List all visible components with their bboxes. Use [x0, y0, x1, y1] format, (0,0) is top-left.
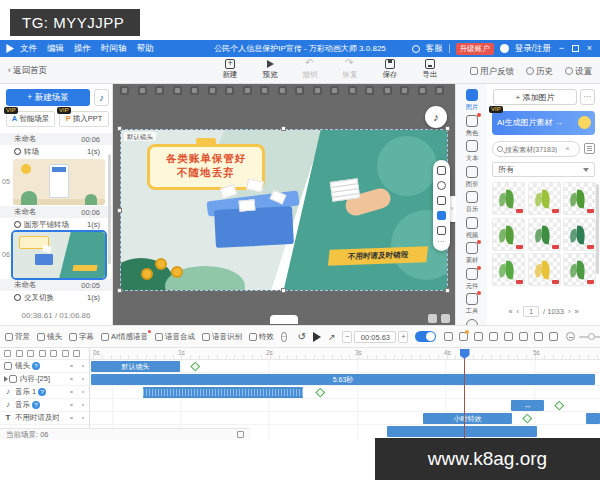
- canvas-tool-icon[interactable]: [348, 86, 357, 95]
- copy-icon[interactable]: [4, 350, 11, 357]
- keyframe-diamond[interactable]: [191, 362, 200, 371]
- strip-item-video[interactable]: 视频: [456, 217, 487, 240]
- canvas-corner-icon[interactable]: [441, 314, 450, 323]
- canvas-tool-icon[interactable]: [243, 86, 252, 95]
- canvas-tool-icon[interactable]: [330, 86, 339, 95]
- camera-bar[interactable]: 默认镜头: [91, 361, 180, 372]
- collapse-timeline-button[interactable]: −: [281, 332, 287, 342]
- undo-button[interactable]: 撤销: [298, 59, 322, 80]
- resize-handle[interactable]: [281, 126, 286, 131]
- back-home-link[interactable]: ‹ 返回首页: [8, 65, 47, 77]
- chevron-down-icon[interactable]: [270, 315, 298, 324]
- camera-track[interactable]: 默认镜头: [90, 360, 600, 373]
- speech-recognition-button[interactable]: 语音识别: [202, 332, 242, 342]
- menu-operate[interactable]: 操作: [74, 43, 91, 55]
- canvas-tool-icon[interactable]: [383, 86, 392, 95]
- more-icon[interactable]: ···: [437, 241, 446, 245]
- music1-track[interactable]: [90, 386, 600, 399]
- track-row-camera[interactable]: 镜头 ?: [0, 360, 89, 373]
- fullscreen-preview-button[interactable]: ↗: [328, 332, 336, 342]
- decrease-time-button[interactable]: −: [342, 331, 352, 343]
- cut-icon[interactable]: [27, 350, 34, 357]
- scene-meta-row[interactable]: 未命名00:06: [0, 206, 112, 218]
- canvas-tool-icon[interactable]: [173, 86, 182, 95]
- keyframe-diamond[interactable]: [523, 414, 532, 423]
- transition-row[interactable]: 交叉切换 1(s): [0, 291, 112, 304]
- export-button[interactable]: 导出: [418, 59, 442, 80]
- timeline-tracks-area[interactable]: 0s 1s 2s 3s 4s 5s 默认镜头 5.63秒 ↔: [90, 348, 600, 440]
- asset-tile[interactable]: [528, 253, 561, 286]
- scene-list-scrollbar[interactable]: [108, 154, 111, 264]
- canvas-tool-icon[interactable]: [138, 86, 147, 95]
- canvas-tool-icon[interactable]: [190, 86, 199, 95]
- resize-handle[interactable]: [117, 208, 122, 213]
- timeline-ruler[interactable]: 0s 1s 2s 3s 4s 5s: [90, 348, 600, 360]
- play-button[interactable]: [313, 332, 321, 342]
- asset-tile[interactable]: [528, 182, 561, 215]
- canvas-tool-icon[interactable]: [208, 86, 217, 95]
- asset-tile[interactable]: [563, 182, 596, 215]
- new-button[interactable]: 新建: [218, 59, 242, 80]
- scene-music-button[interactable]: ♪: [94, 89, 109, 106]
- redo-button[interactable]: 恢复: [338, 59, 362, 80]
- canvas-tool-icon[interactable]: [225, 86, 234, 95]
- expander-icon[interactable]: [4, 376, 8, 382]
- canvas-corner-icon[interactable]: [428, 314, 437, 323]
- strip-item-image[interactable]: 图片: [456, 89, 487, 112]
- canvas-tool-icon[interactable]: [278, 86, 287, 95]
- close-button[interactable]: ×: [585, 44, 594, 53]
- smart-scene-button[interactable]: VIP A 智能场景: [6, 111, 55, 127]
- asset-search-box[interactable]: ×: [492, 141, 580, 157]
- camera-icon[interactable]: [437, 181, 446, 190]
- scene-06-thumbnail-selected[interactable]: [13, 232, 105, 278]
- camera-button[interactable]: 镜头: [37, 332, 62, 342]
- scene-05-thumbnail[interactable]: [13, 159, 105, 205]
- resize-handle[interactable]: [445, 126, 450, 131]
- asset-panel-scrollbar[interactable]: [596, 184, 599, 274]
- help-icon[interactable]: ?: [32, 362, 40, 370]
- scene-meta-row[interactable]: 未命名00:06: [0, 133, 112, 145]
- canvas-tool-icon[interactable]: [435, 86, 444, 95]
- last-page-button[interactable]: »: [574, 307, 578, 316]
- track-row-text[interactable]: T 不用时请及时: [0, 412, 89, 425]
- feedback-button[interactable]: 用户反馈: [470, 66, 514, 78]
- track-row-music1[interactable]: ♪ 音乐 1 ?: [0, 386, 89, 399]
- canvas-tool-icon[interactable]: [313, 86, 322, 95]
- strip-item-material[interactable]: 素材: [456, 242, 487, 265]
- save-button[interactable]: 保存: [378, 59, 402, 80]
- canvas-tool-icon[interactable]: [155, 86, 164, 95]
- camera-add-icon[interactable]: [459, 332, 468, 341]
- replay-button[interactable]: ↺: [297, 332, 305, 342]
- canvas-tool-icon[interactable]: [418, 86, 427, 95]
- canvas-tool-icon[interactable]: [295, 86, 304, 95]
- panel-more-button[interactable]: ···: [580, 89, 595, 105]
- partial-bar[interactable]: [387, 426, 537, 437]
- text-track[interactable]: 小时特效: [90, 412, 600, 425]
- transition-row[interactable]: 转场 1(s): [0, 145, 112, 158]
- asset-tile[interactable]: [528, 218, 561, 251]
- asset-tile[interactable]: [492, 218, 525, 251]
- menu-edit[interactable]: 编辑: [47, 43, 64, 55]
- asset-tile[interactable]: [492, 253, 525, 286]
- grid-icon[interactable]: [437, 226, 446, 235]
- gear-icon[interactable]: [73, 350, 80, 357]
- ai-voice-button[interactable]: AI情感语音: [101, 332, 148, 342]
- strip-item-character[interactable]: 角色: [456, 115, 487, 138]
- music-waveform-bar[interactable]: [143, 387, 303, 398]
- track-row-content[interactable]: 内容-[25]: [0, 373, 89, 386]
- text-effect-bar[interactable]: 小时特效: [423, 413, 512, 424]
- menu-timeline[interactable]: 时间轴: [101, 43, 127, 55]
- asset-tile[interactable]: [563, 253, 596, 286]
- music2-track[interactable]: ↔: [90, 399, 600, 412]
- upgrade-account-button[interactable]: 升级账户: [456, 43, 494, 55]
- increase-time-button[interactable]: +: [398, 331, 408, 343]
- help-icon[interactable]: ?: [32, 401, 40, 409]
- lock-icon[interactable]: [437, 196, 446, 205]
- background-button[interactable]: 背景: [5, 332, 30, 342]
- expand-icon[interactable]: [437, 166, 446, 175]
- canvas-tool-icon[interactable]: [120, 86, 129, 95]
- music-fade-bar[interactable]: ↔: [511, 400, 544, 411]
- content-bar[interactable]: 5.63秒: [91, 374, 595, 385]
- strip-item-text[interactable]: 文本: [456, 140, 487, 163]
- lock-icon[interactable]: [62, 350, 69, 357]
